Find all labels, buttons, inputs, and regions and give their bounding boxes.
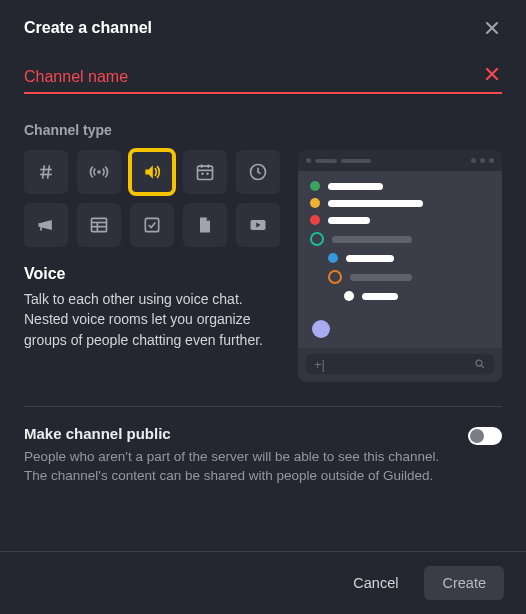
x-icon [484,66,500,82]
channel-type-label: Channel type [24,122,502,138]
clock-icon [248,162,268,182]
calendar-icon [195,162,215,182]
channel-type-voice[interactable] [130,150,174,194]
preview-body [298,171,502,348]
close-icon [484,20,500,36]
channel-type-list[interactable] [130,203,174,247]
voice-icon [142,162,162,182]
dialog-title: Create a channel [24,19,152,37]
create-button[interactable]: Create [424,566,504,600]
svg-rect-5 [198,166,213,179]
public-toggle[interactable] [468,427,502,445]
divider [24,406,502,407]
public-label: Make channel public [24,425,464,442]
board-icon [89,215,109,235]
channel-type-media[interactable] [236,203,280,247]
svg-line-2 [43,165,45,178]
announcement-icon [36,215,56,235]
selected-type-description: Talk to each other using voice chat. Nes… [24,289,280,350]
svg-point-4 [97,170,101,174]
close-button[interactable] [482,18,502,38]
channel-type-text[interactable] [24,150,68,194]
hash-icon [36,162,56,182]
svg-line-19 [482,366,485,369]
cancel-button[interactable]: Cancel [335,566,416,600]
toggle-knob [470,429,484,443]
channel-type-calendar[interactable] [183,150,227,194]
clear-name-button[interactable] [484,66,500,82]
avatar [312,320,330,338]
channel-type-scheduling[interactable] [236,150,280,194]
docs-icon [195,215,215,235]
preview-header [298,150,502,171]
channel-type-announcements[interactable] [24,203,68,247]
channel-type-stream[interactable] [77,150,121,194]
selected-type-title: Voice [24,265,280,283]
preview-input: +| [306,354,494,374]
svg-rect-12 [92,218,107,231]
checklist-icon [142,215,162,235]
svg-rect-16 [145,218,158,231]
media-icon [248,215,268,235]
channel-type-forum[interactable] [77,203,121,247]
broadcast-icon [89,162,109,182]
channel-preview: +| [298,150,502,382]
svg-point-18 [476,360,482,366]
channel-type-docs[interactable] [183,203,227,247]
public-description: People who aren't a part of the server w… [24,448,464,486]
svg-line-3 [48,165,50,178]
search-icon [474,358,486,370]
channel-name-input[interactable] [24,62,502,94]
